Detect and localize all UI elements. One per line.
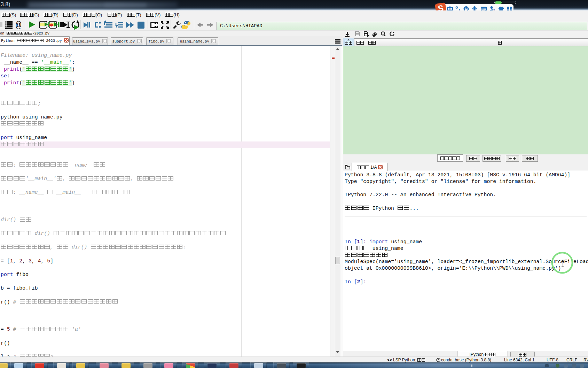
svg-text:@: @ <box>16 20 21 31</box>
